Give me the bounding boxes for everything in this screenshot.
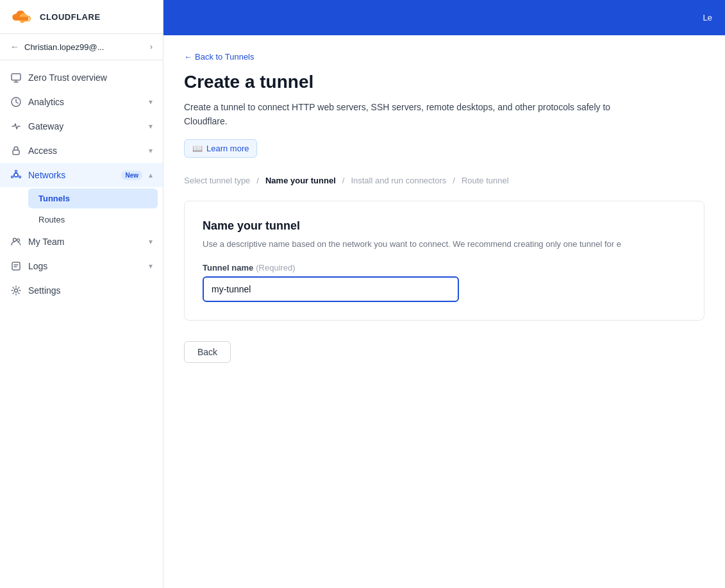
account-name: Christian.lopez99@... bbox=[24, 42, 145, 52]
wizard-stepper: Select tunnel type / Name your tunnel / … bbox=[184, 176, 704, 185]
svg-rect-2 bbox=[13, 150, 19, 155]
step-route-tunnel: Route tunnel bbox=[462, 176, 509, 185]
sidebar-item-label-zero-trust: Zero Trust overview bbox=[28, 72, 153, 83]
analytics-icon bbox=[10, 96, 22, 108]
sidebar-item-label-settings: Settings bbox=[28, 285, 153, 296]
sidebar-item-label-networks: Networks bbox=[28, 170, 115, 180]
back-link-text: Back to Tunnels bbox=[195, 52, 254, 62]
svg-point-8 bbox=[17, 239, 20, 242]
sidebar-item-label-logs: Logs bbox=[28, 261, 142, 271]
sidebar-item-label-my-team: My Team bbox=[28, 237, 142, 247]
cloudflare-text: CLOUDFLARE bbox=[40, 12, 101, 22]
card-title: Name your tunnel bbox=[203, 219, 686, 233]
main-content-area: Le ← Back to Tunnels Create a tunnel Cre… bbox=[163, 0, 725, 588]
back-to-tunnels-link[interactable]: ← Back to Tunnels bbox=[184, 52, 254, 62]
step-select-type-label: Select tunnel type bbox=[184, 176, 250, 185]
sidebar-item-zero-trust[interactable]: Zero Trust overview bbox=[0, 65, 163, 90]
access-icon bbox=[10, 145, 22, 156]
svg-point-6 bbox=[12, 176, 13, 178]
required-indicator: (Required) bbox=[256, 263, 295, 273]
sidebar-item-label-gateway: Gateway bbox=[28, 121, 142, 131]
networks-new-badge: New bbox=[121, 171, 142, 180]
learn-more-label: Learn more bbox=[206, 144, 249, 153]
page-description: Create a tunnel to connect HTTP web serv… bbox=[184, 100, 633, 129]
sidebar-logo: CLOUDFLARE bbox=[0, 0, 163, 34]
step-install-connectors-label: Install and run connectors bbox=[351, 176, 446, 185]
account-forward-arrow: › bbox=[150, 42, 153, 51]
sidebar-item-logs[interactable]: Logs ▾ bbox=[0, 254, 163, 278]
back-arrow-icon: ← bbox=[184, 52, 192, 62]
name-tunnel-card: Name your tunnel Use a descriptive name … bbox=[184, 201, 704, 321]
networks-collapse-arrow: ▴ bbox=[149, 171, 153, 180]
step-route-tunnel-label: Route tunnel bbox=[462, 176, 509, 185]
sidebar-item-label-analytics: Analytics bbox=[28, 97, 142, 107]
settings-icon bbox=[10, 285, 22, 296]
tunnel-name-field: Tunnel name(Required) bbox=[203, 263, 686, 302]
cloudflare-cloud-icon bbox=[10, 9, 35, 24]
svg-rect-9 bbox=[12, 262, 20, 270]
learn-more-button[interactable]: 📖 Learn more bbox=[184, 139, 257, 158]
sidebar-item-networks[interactable]: Networks New ▴ bbox=[0, 163, 163, 187]
sidebar-item-gateway[interactable]: Gateway ▾ bbox=[0, 114, 163, 139]
logs-expand-arrow: ▾ bbox=[149, 262, 153, 271]
step-divider-2: / bbox=[342, 176, 345, 185]
sidebar-item-label-access: Access bbox=[28, 146, 142, 156]
access-expand-arrow: ▾ bbox=[149, 146, 153, 155]
networks-icon bbox=[10, 169, 22, 181]
sidebar: CLOUDFLARE ← Christian.lopez99@... › Zer… bbox=[0, 0, 163, 588]
sidebar-item-settings[interactable]: Settings bbox=[0, 278, 163, 303]
svg-rect-0 bbox=[12, 74, 21, 80]
sidebar-item-access[interactable]: Access ▾ bbox=[0, 139, 163, 163]
zero-trust-icon bbox=[10, 72, 22, 83]
logs-icon bbox=[10, 260, 22, 272]
banner-text: Le bbox=[703, 13, 712, 22]
sidebar-item-tunnels[interactable]: Tunnels bbox=[28, 189, 158, 208]
svg-point-5 bbox=[19, 176, 21, 178]
svg-point-10 bbox=[15, 289, 18, 292]
networks-sub-nav: Tunnels Routes bbox=[0, 189, 163, 230]
tunnel-name-input[interactable] bbox=[203, 276, 459, 302]
sidebar-item-my-team[interactable]: My Team ▾ bbox=[0, 230, 163, 254]
svg-point-3 bbox=[14, 173, 18, 177]
sidebar-account-switcher[interactable]: ← Christian.lopez99@... › bbox=[0, 34, 163, 60]
my-team-icon bbox=[10, 236, 22, 248]
routes-label: Routes bbox=[38, 215, 65, 224]
sidebar-item-routes[interactable]: Routes bbox=[28, 210, 163, 230]
footer-actions: Back bbox=[184, 336, 704, 363]
gateway-expand-arrow: ▾ bbox=[149, 122, 153, 131]
svg-point-4 bbox=[15, 171, 17, 172]
gateway-icon bbox=[10, 121, 22, 132]
step-name-tunnel-label: Name your tunnel bbox=[265, 176, 336, 185]
my-team-expand-arrow: ▾ bbox=[149, 237, 153, 246]
account-back-arrow: ← bbox=[10, 42, 19, 52]
step-divider-1: / bbox=[256, 176, 259, 185]
tunnel-name-label: Tunnel name(Required) bbox=[203, 263, 686, 273]
svg-point-7 bbox=[13, 239, 17, 242]
step-install-connectors: Install and run connectors bbox=[351, 176, 446, 185]
card-description: Use a descriptive name based on the netw… bbox=[203, 238, 686, 251]
top-banner: Le bbox=[163, 0, 725, 35]
sidebar-item-analytics[interactable]: Analytics ▾ bbox=[0, 90, 163, 114]
content-area: ← Back to Tunnels Create a tunnel Create… bbox=[163, 35, 725, 588]
tunnels-label: Tunnels bbox=[38, 194, 70, 203]
step-select-type: Select tunnel type bbox=[184, 176, 250, 185]
learn-more-icon: 📖 bbox=[192, 144, 203, 153]
sidebar-navigation: Zero Trust overview Analytics ▾ Gateway … bbox=[0, 60, 163, 588]
step-name-tunnel: Name your tunnel bbox=[265, 176, 336, 185]
cloudflare-logo: CLOUDFLARE bbox=[10, 9, 101, 24]
back-button[interactable]: Back bbox=[184, 341, 231, 363]
page-title: Create a tunnel bbox=[184, 72, 704, 92]
analytics-expand-arrow: ▾ bbox=[149, 97, 153, 106]
step-divider-3: / bbox=[453, 176, 455, 185]
